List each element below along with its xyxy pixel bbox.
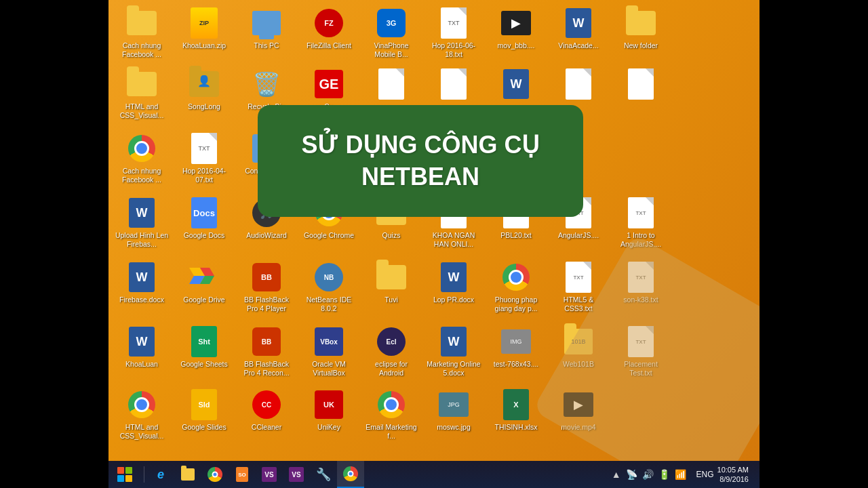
black-bar-left: [0, 0, 108, 488]
icon-hop-2016-2[interactable]: TXT Hop 2016-04-07.txt: [174, 129, 234, 185]
icon-firebase-docx[interactable]: W Firebase.docx: [112, 258, 172, 314]
icon-cach-nhung-chrome[interactable]: Cach nhung Facebook ...: [112, 129, 172, 185]
icon-son-k38[interactable]: TXT son-k38.txt: [611, 258, 671, 314]
icon-eclipse-android[interactable]: Ecl eclipse for Android: [361, 322, 421, 378]
icon-marketing-online[interactable]: W Marketing Online 5.docx: [424, 322, 484, 378]
taskbar-tools-button[interactable]: 🔧: [310, 461, 337, 488]
icon-doc4[interactable]: [611, 64, 671, 121]
clock[interactable]: 10:05 AM 8/9/2016: [717, 465, 754, 485]
icon-google-drive[interactable]: Google Drive: [174, 258, 234, 314]
icon-bb-flashback[interactable]: BB BB FlashBack Pro 4 Player: [237, 258, 296, 314]
icon-google-docs[interactable]: Docs Google Docs: [174, 193, 234, 249]
taskbar-chrome-button[interactable]: [201, 461, 229, 488]
taskbar-explorer-button[interactable]: [174, 461, 201, 488]
icon-moswc-jpg[interactable]: JPG moswc.jpg: [424, 385, 484, 441]
icon-email-marketing[interactable]: Email Marketing f...: [361, 385, 421, 441]
clock-time: 10:05 AM: [717, 465, 749, 474]
icon-google-slides[interactable]: Sld Google Slides: [174, 385, 234, 441]
icon-songlong[interactable]: 👤 SongLong: [174, 64, 234, 121]
taskbar-ie-button[interactable]: e: [147, 461, 174, 488]
icon-mov-bbb[interactable]: ▶ mov_bbb....: [486, 3, 546, 60]
icon-google-sheets[interactable]: Sht Google Sheets: [174, 322, 234, 378]
icon-vinaphone[interactable]: 3G VinaPhone Mobile B...: [361, 3, 421, 60]
icon-thisinhmxlsx[interactable]: X THISINH.xlsx: [486, 385, 546, 441]
tray-network-icon[interactable]: 📡: [625, 469, 639, 480]
icon-hop-2016[interactable]: TXT Hop 2016-06-18.txt: [424, 3, 484, 60]
google-drive-icon: [189, 264, 219, 291]
icon-filezilla[interactable]: FZ FileZilla Client: [299, 3, 359, 60]
icon-movie-mp4[interactable]: ▶ movie.mp4: [549, 385, 608, 441]
taskbar-separator: [144, 466, 144, 483]
tray-wifi-icon[interactable]: 📶: [673, 469, 688, 480]
popup-text: SỬ DỤNG CÔNG CỤ NETBEAN: [301, 129, 539, 193]
desktop: Cach nhung Facebook ... ZIP KhoaLuan.zip…: [108, 0, 760, 461]
icon-unikey[interactable]: UK UniKey: [299, 385, 359, 441]
icon-html-css-visual[interactable]: HTML and CSS_Visual...: [112, 64, 172, 121]
tray-sound-icon[interactable]: 🔊: [641, 469, 655, 480]
black-bar-right: [760, 0, 868, 488]
icon-intro-angularjs[interactable]: TXT 1 Intro to AngularJS....: [611, 193, 671, 249]
popup-overlay: SỬ DỤNG CÔNG CỤ NETBEAN: [258, 105, 583, 217]
icon-cach-nhung-facebook[interactable]: Cach nhung Facebook ...: [112, 3, 172, 60]
icon-tuvi[interactable]: Tuvi: [361, 258, 421, 314]
taskbar-chrome-active-button[interactable]: [337, 461, 364, 488]
icon-oracle-vm[interactable]: VBox Oracle VM VirtualBox: [299, 322, 359, 378]
icon-phuong-phap[interactable]: Phuong phap giang day p...: [486, 258, 546, 314]
taskbar: e SO VS VS 🔧 ▲ 📡 🔊 🔋 📶 EN: [108, 461, 760, 488]
icon-lop-pr[interactable]: W Lop PR.docx: [424, 258, 484, 314]
icon-web101b[interactable]: 101B Web101B: [549, 322, 608, 378]
icon-html-css-chrome[interactable]: HTML and CSS_Visual...: [112, 385, 172, 441]
icon-this-pc[interactable]: This PC: [237, 3, 296, 60]
system-tray: ▲ 📡 🔊 🔋 📶: [610, 469, 693, 480]
clock-date: 8/9/2016: [717, 474, 749, 484]
tray-arrow-icon[interactable]: ▲: [610, 469, 623, 480]
icon-netbeans-ide[interactable]: NB NetBeans IDE 8.0.2: [299, 258, 359, 314]
taskbar-vs2-button[interactable]: VS: [283, 461, 310, 488]
icon-ccleaner[interactable]: CC CCleaner: [237, 385, 296, 441]
icon-vinaacademy[interactable]: W VinaAcade...: [549, 3, 608, 60]
taskbar-vs-button[interactable]: VS: [256, 461, 283, 488]
taskbar-stackoverflow-button[interactable]: SO: [229, 461, 256, 488]
icon-placement-test[interactable]: TXT Placement Test.txt: [611, 322, 671, 378]
icon-khoaluan2[interactable]: W KhoaLuan: [112, 322, 172, 378]
icon-bb-flashback2[interactable]: BB BB FlashBack Pro 4 Recon...: [237, 322, 296, 378]
icon-upload-hinh[interactable]: W Upload Hinh Len Firebas...: [112, 193, 172, 249]
start-button[interactable]: [108, 461, 141, 488]
windows-logo-icon: [117, 467, 132, 482]
tray-battery-icon[interactable]: 🔋: [657, 469, 671, 480]
icon-khoaluan-zip[interactable]: ZIP KhoaLuan.zip: [174, 3, 234, 60]
icon-html5-css3[interactable]: TXT HTML5 & CSS3.txt: [549, 258, 608, 314]
language-button[interactable]: ENG: [693, 470, 717, 479]
icon-new-folder[interactable]: New folder: [611, 3, 671, 60]
icon-test-768x43[interactable]: IMG test-768x43....: [486, 322, 546, 378]
